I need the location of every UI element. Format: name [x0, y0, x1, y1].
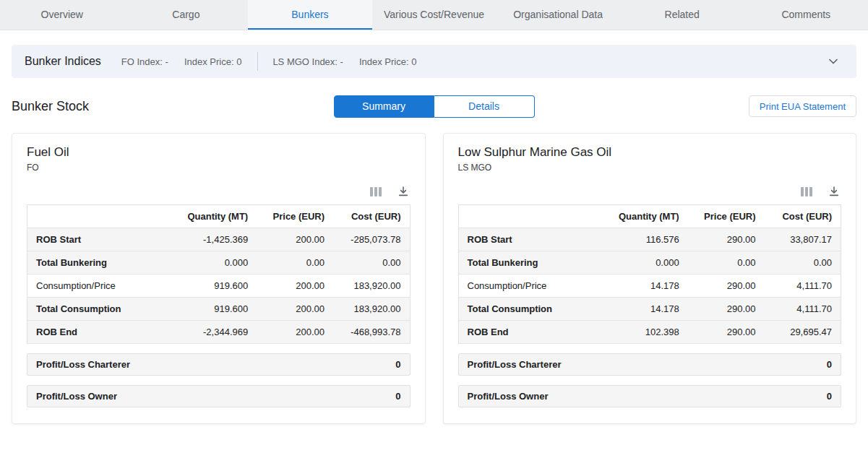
- columns-icon[interactable]: [801, 187, 812, 196]
- bunker-cards: Fuel Oil FO Quantity (MT) Price (EUR) Co…: [0, 118, 868, 436]
- row-quantity: 0.000: [158, 251, 257, 275]
- print-eua-statement-button[interactable]: Print EUA Statement: [749, 95, 856, 117]
- row-label: Total Consumption: [27, 298, 158, 321]
- table-row-rob-start: ROB Start 116.576 290.00 33,807.17: [458, 228, 841, 251]
- tab-related[interactable]: Related: [620, 0, 744, 30]
- row-cost: 0.00: [333, 251, 410, 275]
- row-cost: 4,111.70: [765, 298, 841, 321]
- row-quantity: -1,425.369: [158, 228, 257, 251]
- row-label: Consumption/Price: [27, 275, 158, 298]
- row-label: ROB End: [458, 321, 588, 344]
- row-cost: 33,807.17: [765, 228, 841, 251]
- row-cost: -468,993.78: [333, 321, 410, 344]
- row-cost: 183,920.00: [333, 275, 410, 298]
- row-quantity: 14.178: [588, 298, 688, 321]
- bunker-indices-bar: Bunker Indices FO Index: - Index Price: …: [12, 45, 856, 78]
- row-price: 290.00: [688, 275, 765, 298]
- profit-loss-value: 0: [827, 359, 832, 370]
- chevron-down-icon[interactable]: [826, 54, 841, 69]
- tab-organisational-data[interactable]: Organisational Data: [496, 0, 620, 30]
- profit-loss-label: Profit/Loss Owner: [468, 391, 549, 402]
- tab-comments[interactable]: Comments: [744, 0, 868, 30]
- row-quantity: 0.000: [588, 251, 688, 275]
- ls-mgo-card: Low Sulphur Marine Gas Oil LS MGO Quanti…: [443, 133, 857, 424]
- row-quantity: 102.398: [588, 321, 688, 344]
- row-label: Total Bunkering: [458, 251, 588, 275]
- column-header-quantity: Quantity (MT): [588, 205, 688, 228]
- row-cost: -285,073.78: [333, 228, 410, 251]
- columns-icon[interactable]: [370, 187, 382, 196]
- profit-loss-value: 0: [827, 391, 832, 402]
- row-label: Consumption/Price: [458, 275, 588, 298]
- profit-loss-label: Profit/Loss Owner: [36, 391, 117, 402]
- row-cost: 0.00: [765, 251, 841, 275]
- tab-cargo[interactable]: Cargo: [124, 0, 249, 30]
- row-price: 200.00: [257, 298, 333, 321]
- row-cost: 4,111.70: [765, 275, 841, 298]
- row-price: 0.00: [688, 251, 765, 275]
- profit-loss-value: 0: [395, 391, 400, 402]
- tab-various-cost-revenue[interactable]: Various Cost/Revenue: [372, 0, 497, 30]
- row-label: ROB Start: [27, 228, 158, 251]
- summary-toggle-button[interactable]: Summary: [334, 95, 434, 118]
- row-label: ROB End: [27, 321, 158, 344]
- row-price: 290.00: [688, 298, 765, 321]
- row-quantity: 14.178: [588, 275, 688, 298]
- tab-overview[interactable]: Overview: [0, 0, 124, 30]
- row-price: 200.00: [257, 228, 333, 251]
- profit-loss-charterer-row: Profit/Loss Charterer 0: [27, 353, 411, 376]
- column-header-quantity: Quantity (MT): [158, 205, 257, 228]
- row-quantity: -2,344.969: [158, 321, 257, 344]
- card-toolbar: [27, 186, 409, 197]
- profit-loss-label: Profit/Loss Charterer: [468, 359, 562, 370]
- indices-divider: [257, 52, 258, 71]
- tab-bunkers[interactable]: Bunkers: [248, 0, 372, 30]
- column-header-cost: Cost (EUR): [333, 205, 410, 228]
- summary-details-toggle: Summary Details: [334, 95, 535, 118]
- table-row-rob-end: ROB End -2,344.969 200.00 -468,993.78: [27, 321, 411, 344]
- ls-mgo-index-price: Index Price: 0: [359, 56, 417, 67]
- fuel-oil-card: Fuel Oil FO Quantity (MT) Price (EUR) Co…: [12, 133, 426, 424]
- bunker-indices-title: Bunker Indices: [25, 55, 101, 68]
- download-icon[interactable]: [828, 186, 840, 197]
- bunker-stock-title: Bunker Stock: [12, 99, 89, 114]
- table-row-rob-end: ROB End 102.398 290.00 29,695.47: [458, 321, 841, 344]
- column-header-empty: [27, 205, 158, 228]
- profit-loss-value: 0: [395, 359, 400, 370]
- bunker-stock-header: Bunker Stock Summary Details Print EUA S…: [12, 94, 856, 118]
- card-title: Low Sulphur Marine Gas Oil: [458, 145, 842, 160]
- bunker-stock-table: Quantity (MT) Price (EUR) Cost (EUR) ROB…: [458, 204, 842, 344]
- fo-index-price: Index Price: 0: [184, 56, 242, 67]
- row-quantity: 919.600: [158, 275, 257, 298]
- row-cost: 183,920.00: [333, 298, 410, 321]
- table-row-consumption-price: Consumption/Price 14.178 290.00 4,111.70: [458, 275, 841, 298]
- row-quantity: 116.576: [588, 228, 688, 251]
- bunker-stock-table: Quantity (MT) Price (EUR) Cost (EUR) ROB…: [27, 204, 411, 344]
- table-row-rob-start: ROB Start -1,425.369 200.00 -285,073.78: [27, 228, 411, 251]
- profit-loss-owner-row: Profit/Loss Owner 0: [458, 385, 842, 407]
- row-label: ROB Start: [458, 228, 588, 251]
- row-price: 290.00: [688, 321, 765, 344]
- table-row-total-bunkering: Total Bunkering 0.000 0.00 0.00: [458, 251, 841, 275]
- row-price: 200.00: [257, 321, 333, 344]
- row-price: 0.00: [257, 251, 333, 275]
- card-subtitle: FO: [27, 163, 411, 173]
- column-header-price: Price (EUR): [688, 205, 765, 228]
- top-tab-bar: Overview Cargo Bunkers Various Cost/Reve…: [0, 0, 868, 30]
- download-icon[interactable]: [398, 186, 409, 197]
- profit-loss-owner-row: Profit/Loss Owner 0: [27, 385, 411, 407]
- table-row-consumption-price: Consumption/Price 919.600 200.00 183,920…: [27, 275, 411, 298]
- card-subtitle: LS MGO: [458, 163, 842, 173]
- column-header-cost: Cost (EUR): [765, 205, 841, 228]
- table-row-total-bunkering: Total Bunkering 0.000 0.00 0.00: [27, 251, 411, 275]
- card-toolbar: [458, 186, 841, 197]
- row-price: 200.00: [257, 275, 333, 298]
- row-quantity: 919.600: [158, 298, 257, 321]
- fo-index-value: FO Index: -: [121, 56, 168, 67]
- table-row-total-consumption: Total Consumption 14.178 290.00 4,111.70: [458, 298, 841, 321]
- column-header-price: Price (EUR): [257, 205, 333, 228]
- card-title: Fuel Oil: [27, 145, 411, 160]
- row-label: Total Bunkering: [27, 251, 158, 275]
- details-toggle-button[interactable]: Details: [434, 95, 535, 118]
- table-row-total-consumption: Total Consumption 919.600 200.00 183,920…: [27, 298, 411, 321]
